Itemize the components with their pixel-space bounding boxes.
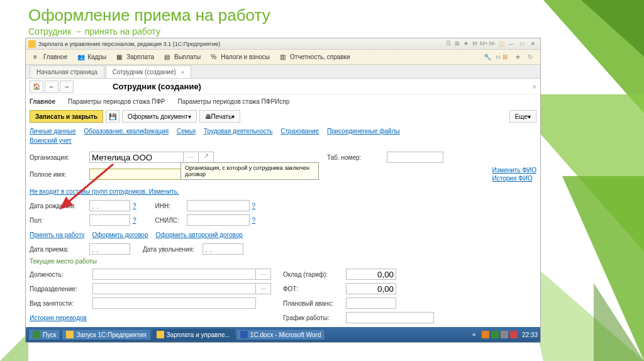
titlebar-tool-icon[interactable]: ⊞	[453, 40, 461, 48]
input-salary[interactable]	[346, 269, 396, 280]
menu-zarplata[interactable]: ▦Зарплата	[111, 50, 159, 64]
label-employment-type: Вид занятости:	[30, 300, 92, 307]
section-links-2: Воинский учет	[26, 137, 540, 147]
label-snils: СНИЛС:	[155, 217, 187, 224]
titlebar-tool-icon[interactable]: ★	[462, 40, 470, 48]
link-transfer-history[interactable]: История переводов	[30, 314, 87, 321]
input-fire-date[interactable]	[203, 243, 243, 255]
tab-employee-create[interactable]: Сотрудник (создание)×	[106, 65, 191, 78]
link-author-contract[interactable]: Оформить авторский договор	[155, 231, 242, 238]
input-birthdate[interactable]	[89, 200, 130, 211]
start-button[interactable]: Пуск	[28, 329, 60, 340]
input-schedule[interactable]	[346, 312, 434, 323]
link-work-activity[interactable]: Трудовая деятельность	[204, 128, 272, 135]
link-personal-data[interactable]: Личные данные	[30, 128, 76, 135]
menu-nalogi[interactable]: %Налоги и взносы	[206, 50, 275, 64]
link-attached-files[interactable]: Присоединенные файлы	[327, 128, 400, 135]
menu-kadry[interactable]: 👥Кадры	[72, 50, 111, 64]
titlebar-tool-icon[interactable]: M-	[489, 40, 496, 48]
subtab-main[interactable]: Главное	[30, 98, 55, 105]
link-family[interactable]: Семья	[177, 128, 196, 135]
window-titlebar: Зарплата и управление персоналом, редакц…	[26, 38, 540, 50]
row-birthdate: Дата рождения: ? ИНН: ?	[30, 199, 536, 212]
input-advance[interactable]	[346, 297, 396, 309]
tray-icon[interactable]	[482, 331, 489, 338]
link-history-fio[interactable]: История ФИО	[492, 175, 536, 182]
input-hire-date[interactable]	[89, 243, 130, 255]
input-department[interactable]	[92, 283, 256, 294]
position-select-button[interactable]: ...	[256, 269, 271, 280]
tab-start-page[interactable]: Начальная страница	[30, 65, 104, 78]
link-employee-groups[interactable]: Не входит в составы групп сотрудников. И…	[30, 188, 179, 195]
titlebar-tool-icon[interactable]: M	[471, 40, 479, 48]
tray-volume-icon[interactable]	[501, 331, 508, 338]
org-open-button[interactable]: ↗	[199, 152, 214, 163]
label-birthdate: Дата рождения:	[30, 203, 89, 209]
titlebar-tool-icon[interactable]: M+	[480, 40, 487, 48]
link-education[interactable]: Образование, квалификация	[84, 128, 169, 135]
star-icon[interactable]: ★	[515, 53, 523, 61]
window-close-button[interactable]	[528, 40, 538, 48]
more-button[interactable]: Еще ▾	[509, 110, 536, 123]
workplace-columns: Должность:... Подразделение:... Вид заня…	[30, 266, 536, 326]
tray-icon[interactable]	[491, 331, 499, 338]
subtab-pfr[interactable]: Параметры периодов стажа ПФР	[68, 98, 165, 105]
tray-icon[interactable]	[510, 331, 518, 338]
row-gender: Пол: ? СНИЛС: ?	[30, 214, 536, 226]
taskbar-zarplata[interactable]: Зарплата и управле...	[152, 329, 235, 340]
nav-back-button[interactable]: ←	[45, 81, 58, 93]
titlebar-help-icon[interactable]: ⓘ	[497, 40, 505, 48]
help-gender[interactable]: ?	[133, 217, 136, 224]
window-maximize-button[interactable]	[517, 40, 527, 48]
department-select-button[interactable]: ...	[256, 283, 271, 294]
history-icon[interactable]: ↻	[528, 53, 535, 61]
taskbar-1c-launcher[interactable]: Запуск 1С:Предприятия	[62, 329, 150, 340]
help-inn[interactable]: ?	[252, 203, 256, 209]
input-snils[interactable]	[187, 214, 250, 226]
taskbar-word[interactable]: 1C.docx - Microsoft Word	[236, 329, 326, 340]
help-snils[interactable]: ?	[252, 217, 256, 224]
nav-home-button[interactable]: 🏠	[30, 81, 43, 93]
app-icon	[66, 331, 74, 338]
input-position[interactable]	[92, 269, 256, 280]
percent-icon: %	[211, 53, 218, 61]
fio-links: Изменить ФИО История ФИО	[492, 165, 536, 183]
link-military[interactable]: Воинский учет	[30, 137, 72, 144]
menu-vyplaty[interactable]: ▤Выплаты	[159, 50, 206, 64]
create-document-button[interactable]: Оформить документ ▾	[122, 110, 196, 123]
link-insurance[interactable]: Страхование	[280, 128, 319, 135]
save-button[interactable]: 💾	[106, 110, 119, 123]
input-organization[interactable]	[89, 152, 184, 163]
save-close-button[interactable]: Записать и закрыть	[30, 110, 103, 123]
link-hire[interactable]: Принять на работу	[30, 231, 85, 238]
input-inn[interactable]	[187, 200, 250, 211]
money-icon: ▦	[116, 53, 124, 61]
input-employment-type[interactable]	[92, 297, 256, 309]
org-select-button[interactable]: ...	[184, 152, 199, 163]
input-gender[interactable]	[89, 214, 130, 226]
page-title: Сотрудник (создание)	[113, 82, 201, 91]
tab-close-icon[interactable]: ×	[181, 69, 184, 75]
wrench-icon[interactable]: 🔧	[484, 53, 491, 61]
subtab-pfrisp[interactable]: Параметры периодов стажа ПФРИспр	[178, 98, 290, 105]
section-links: Личные данные Образование, квалификация …	[26, 125, 540, 137]
link-contract[interactable]: Оформить договор	[92, 231, 148, 238]
row-hire-date: Дата приема: Дата увольнения:	[30, 243, 536, 255]
titlebar-tool-icon[interactable]: ☰	[445, 40, 452, 48]
tray-expand-icon[interactable]: «	[472, 331, 480, 338]
print-button[interactable]: 🖶 Печать ▾	[199, 110, 241, 123]
menu-otchet[interactable]: ▥Отчетность, справки	[275, 50, 355, 64]
input-fot[interactable]	[346, 283, 396, 294]
windows-icon	[33, 331, 40, 338]
input-tab-number[interactable]	[387, 152, 443, 163]
window-minimize-button[interactable]	[506, 40, 516, 48]
menu-main[interactable]: ≡Главное	[28, 50, 72, 64]
hamburger-icon: ≡	[33, 53, 41, 61]
label-position: Должность:	[30, 271, 92, 278]
nav-forward-button[interactable]: →	[60, 81, 74, 93]
taskbar-clock[interactable]: 22:33	[522, 331, 538, 338]
grid-icon[interactable]: ⊞	[502, 53, 510, 61]
help-birthdate[interactable]: ?	[133, 203, 136, 209]
link-change-fio[interactable]: Изменить ФИО	[492, 167, 536, 174]
page-close-icon[interactable]: ×	[533, 83, 536, 91]
